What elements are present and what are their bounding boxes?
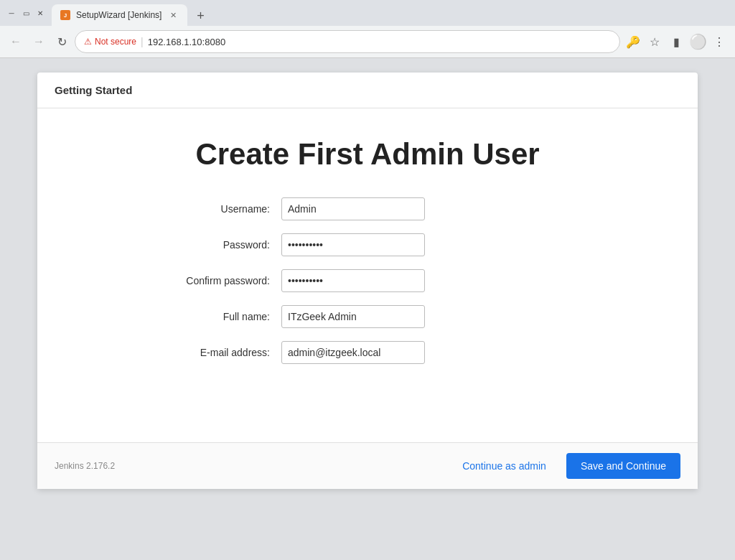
username-label: Username:	[167, 203, 281, 215]
email-row: E-mail address:	[167, 341, 568, 364]
close-button[interactable]: ✕	[34, 7, 46, 19]
back-button[interactable]: ←	[6, 32, 26, 52]
save-and-continue-button[interactable]: Save and Continue	[566, 453, 680, 479]
wizard-body: Create First Admin User Username: Passwo…	[37, 108, 698, 442]
title-bar-controls: ─ ▭ ✕	[6, 7, 46, 19]
menu-button[interactable]: ⋮	[709, 32, 729, 52]
profile-button[interactable]: ⚪	[688, 32, 708, 52]
wizard-header-title: Getting Started	[55, 84, 132, 96]
warning-icon: ⚠	[84, 37, 92, 47]
back-icon: ←	[10, 35, 22, 48]
new-tab-button[interactable]: +	[190, 6, 210, 26]
cast-icon: ▮	[673, 35, 680, 49]
username-input[interactable]	[281, 197, 425, 220]
toolbar-right: 🔑 ☆ ▮ ⚪ ⋮	[623, 32, 729, 52]
confirm-password-label: Confirm password:	[167, 275, 281, 286]
tab-close-button[interactable]: ✕	[167, 9, 179, 21]
password-input[interactable]	[281, 233, 425, 256]
bookmark-button[interactable]: ☆	[645, 32, 665, 52]
email-input[interactable]	[281, 341, 425, 364]
tab-favicon: J	[60, 10, 70, 20]
address-separator: |	[141, 36, 144, 47]
address-text: 192.168.1.10:8080	[148, 37, 611, 47]
tab-bar: J SetupWizard [Jenkins] ✕ +	[52, 0, 729, 26]
page-content: Getting Started Create First Admin User …	[0, 58, 735, 535]
not-secure-indicator: ⚠ Not secure	[84, 37, 136, 47]
wizard-header: Getting Started	[37, 73, 698, 108]
wizard-panel: Getting Started Create First Admin User …	[37, 73, 698, 489]
wizard-footer: Jenkins 2.176.2 Continue as admin Save a…	[37, 442, 698, 489]
password-label: Password:	[167, 239, 281, 251]
star-icon: ☆	[650, 35, 660, 49]
key-icon: 🔑	[626, 35, 640, 49]
footer-actions: Continue as admin Save and Continue	[454, 453, 680, 479]
version-label: Jenkins 2.176.2	[55, 461, 115, 471]
email-label: E-mail address:	[167, 347, 281, 358]
username-row: Username:	[167, 197, 568, 220]
cast-button[interactable]: ▮	[666, 32, 686, 52]
fullname-input[interactable]	[281, 305, 425, 328]
active-tab[interactable]: J SetupWizard [Jenkins] ✕	[52, 4, 187, 26]
profile-icon: ⚪	[689, 33, 707, 50]
reload-button[interactable]: ↻	[52, 32, 72, 52]
forward-button[interactable]: →	[29, 32, 49, 52]
form-title: Create First Admin User	[195, 137, 539, 172]
password-row: Password:	[167, 233, 568, 256]
browser-chrome: ─ ▭ ✕ J SetupWizard [Jenkins] ✕ + ← → ↻ …	[0, 0, 735, 58]
toolbar: ← → ↻ ⚠ Not secure | 192.168.1.10:8080 🔑…	[0, 26, 735, 57]
maximize-button[interactable]: ▭	[20, 7, 32, 19]
forward-icon: →	[33, 35, 45, 48]
fullname-row: Full name:	[167, 305, 568, 328]
confirm-password-input[interactable]	[281, 269, 425, 292]
menu-icon: ⋮	[713, 35, 725, 49]
title-bar: ─ ▭ ✕ J SetupWizard [Jenkins] ✕ +	[0, 0, 735, 26]
form-table: Username: Password: Confirm password: Fu…	[167, 197, 568, 377]
not-secure-label: Not secure	[95, 37, 136, 47]
tab-title: SetupWizard [Jenkins]	[76, 10, 161, 20]
key-icon-button[interactable]: 🔑	[623, 32, 643, 52]
continue-as-admin-button[interactable]: Continue as admin	[454, 454, 555, 477]
address-bar[interactable]: ⚠ Not secure | 192.168.1.10:8080	[75, 30, 620, 53]
reload-icon: ↻	[57, 35, 67, 49]
fullname-label: Full name:	[167, 311, 281, 322]
minimize-button[interactable]: ─	[6, 7, 17, 19]
confirm-password-row: Confirm password:	[167, 269, 568, 292]
